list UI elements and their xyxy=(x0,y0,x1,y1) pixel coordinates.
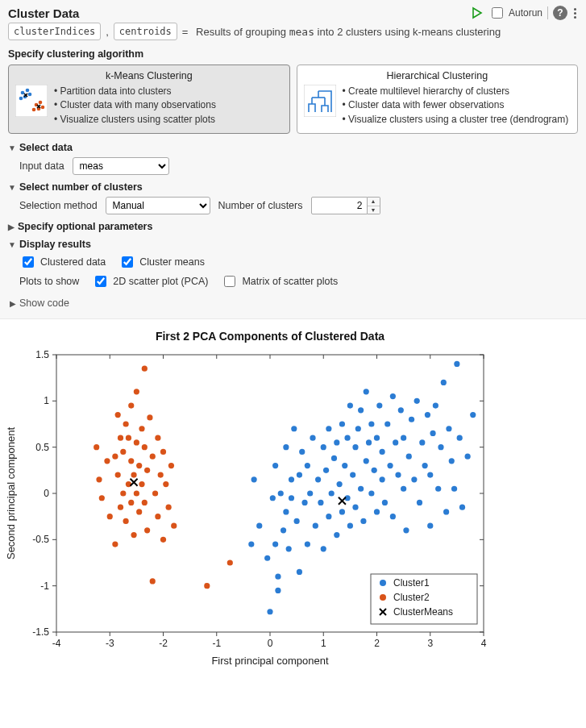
selection-method-label: Selection method xyxy=(19,200,98,211)
svg-text:0: 0 xyxy=(268,638,273,649)
svg-point-156 xyxy=(443,510,449,515)
more-menu-icon[interactable] xyxy=(572,8,578,19)
svg-point-194 xyxy=(144,527,150,533)
svg-point-193 xyxy=(142,366,148,372)
svg-point-203 xyxy=(160,537,166,543)
algo-card-hierarchical[interactable]: Hierarchical Clustering Create mult xyxy=(297,64,579,134)
task-title: Cluster Data xyxy=(8,6,79,20)
svg-point-154 xyxy=(438,444,443,450)
svg-point-95 xyxy=(321,444,326,450)
svg-text:-4: -4 xyxy=(52,638,61,649)
svg-point-99 xyxy=(326,426,331,431)
svg-point-125 xyxy=(374,510,380,515)
svg-point-149 xyxy=(427,523,433,529)
svg-point-202 xyxy=(158,472,164,478)
spinner-up-icon[interactable]: ▲ xyxy=(368,198,380,206)
svg-point-6 xyxy=(19,97,23,101)
svg-point-113 xyxy=(352,444,358,450)
svg-point-135 xyxy=(393,440,398,446)
svg-point-161 xyxy=(457,435,463,441)
svg-point-116 xyxy=(358,486,364,492)
num-clusters-field[interactable]: ▲ ▼ xyxy=(311,197,380,214)
svg-point-140 xyxy=(403,527,409,533)
svg-point-69 xyxy=(264,555,270,561)
svg-point-133 xyxy=(390,393,396,399)
svg-text:2: 2 xyxy=(374,638,380,649)
algo-kmeans-b2: Cluster data with many observations xyxy=(54,98,216,112)
svg-text:Second principal component: Second principal component xyxy=(5,427,17,560)
svg-point-175 xyxy=(123,422,129,427)
pca-scatter-checkbox[interactable]: 2D scatter plot (PCA) xyxy=(92,273,208,289)
svg-point-81 xyxy=(289,495,294,501)
svg-point-74 xyxy=(275,574,281,580)
svg-point-181 xyxy=(128,403,134,409)
num-clusters-input[interactable] xyxy=(311,197,368,214)
svg-text:3: 3 xyxy=(427,638,433,649)
chart-area: -4-3-2-101234-1.5-1-0.500.511.5First 2 P… xyxy=(0,319,586,682)
svg-point-180 xyxy=(128,458,134,464)
selection-method-select[interactable]: Manual xyxy=(106,197,210,214)
svg-point-89 xyxy=(305,542,310,547)
svg-text:ClusterMeans: ClusterMeans xyxy=(393,606,453,618)
svg-point-130 xyxy=(382,500,388,505)
display-results-header[interactable]: ▼ Display results xyxy=(8,239,578,250)
svg-point-146 xyxy=(419,440,425,446)
svg-point-201 xyxy=(155,514,160,519)
svg-point-210 xyxy=(99,495,105,501)
svg-point-126 xyxy=(374,435,380,441)
chevron-down-icon: ▼ xyxy=(8,240,16,249)
svg-point-151 xyxy=(430,431,435,436)
svg-text:-1: -1 xyxy=(40,580,49,592)
svg-point-106 xyxy=(339,422,345,427)
svg-point-166 xyxy=(256,523,262,529)
svg-point-179 xyxy=(128,500,134,505)
svg-point-115 xyxy=(355,426,361,431)
pca-scatter-chart: -4-3-2-101234-1.5-1-0.500.511.5First 2 P… xyxy=(0,326,500,672)
select-data-header[interactable]: ▼ Select data xyxy=(8,142,578,153)
svg-point-141 xyxy=(406,454,412,460)
algo-kmeans-b3: Visualize clusters using scatter plots xyxy=(54,113,216,127)
svg-point-86 xyxy=(299,449,305,455)
cluster-means-checkbox[interactable]: Cluster means xyxy=(118,254,205,270)
select-num-clusters-header[interactable]: ▼ Select number of clusters xyxy=(8,181,578,193)
autorun-checkbox-input[interactable] xyxy=(492,7,503,19)
svg-point-11 xyxy=(32,108,36,112)
svg-point-214 xyxy=(115,412,121,418)
svg-point-152 xyxy=(433,403,438,409)
svg-point-138 xyxy=(401,486,406,492)
svg-point-111 xyxy=(347,403,353,409)
svg-point-79 xyxy=(286,546,292,551)
matrix-scatter-checkbox[interactable]: Matrix of scatter plots xyxy=(221,273,338,289)
autorun-checkbox[interactable]: Autorun xyxy=(488,5,542,21)
svg-point-112 xyxy=(350,472,355,478)
optional-params-header[interactable]: ▶ Specify optional parameters xyxy=(8,221,578,232)
run-icon[interactable] xyxy=(471,6,484,19)
svg-point-223 xyxy=(380,580,386,586)
svg-point-129 xyxy=(380,449,385,455)
svg-point-107 xyxy=(342,463,347,468)
svg-point-189 xyxy=(139,426,144,431)
svg-point-136 xyxy=(395,472,401,478)
svg-point-172 xyxy=(118,505,123,510)
svg-point-119 xyxy=(364,458,369,464)
svg-point-105 xyxy=(339,510,345,515)
show-code-toggle[interactable]: ▶ Show code xyxy=(10,297,578,309)
help-icon[interactable]: ? xyxy=(553,6,567,20)
spinner-down-icon[interactable]: ▼ xyxy=(368,206,380,214)
svg-point-10 xyxy=(41,106,45,110)
algo-card-kmeans[interactable]: k-Means Clustering xyxy=(8,64,290,134)
svg-text:-2: -2 xyxy=(159,638,168,649)
svg-point-207 xyxy=(168,463,174,468)
input-data-select[interactable]: meas xyxy=(73,157,169,175)
svg-point-134 xyxy=(390,514,396,519)
svg-point-137 xyxy=(398,407,404,413)
svg-point-155 xyxy=(441,380,447,385)
output-var-2[interactable]: centroids xyxy=(114,23,177,40)
clustered-data-checkbox[interactable]: Clustered data xyxy=(19,254,106,270)
output-var-1[interactable]: clusterIndices xyxy=(8,23,101,40)
svg-point-109 xyxy=(344,435,350,441)
svg-point-159 xyxy=(451,486,457,492)
svg-point-205 xyxy=(163,481,168,487)
svg-point-187 xyxy=(136,463,142,468)
svg-text:0: 0 xyxy=(44,488,49,499)
